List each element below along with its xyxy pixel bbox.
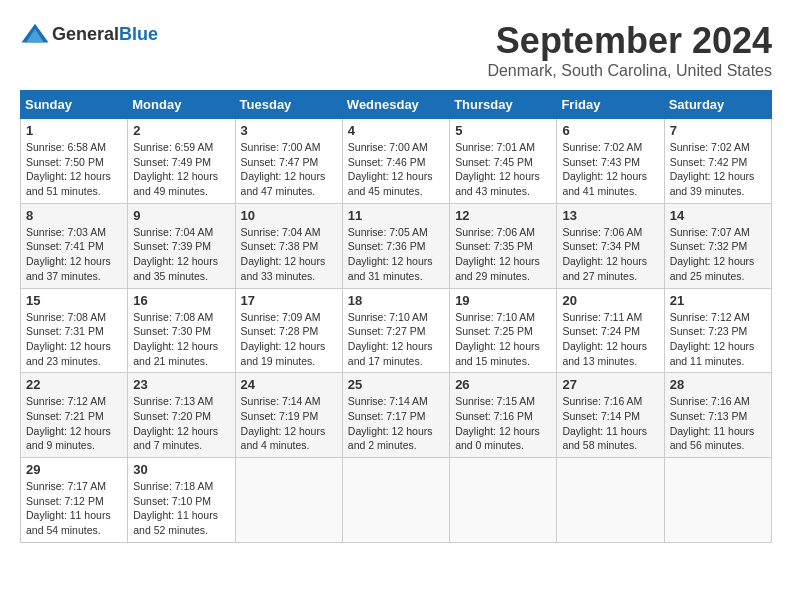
calendar-day-cell: 6Sunrise: 7:02 AMSunset: 7:43 PMDaylight…	[557, 119, 664, 204]
day-info: Sunrise: 7:16 AMSunset: 7:14 PMDaylight:…	[562, 394, 658, 453]
day-info: Sunrise: 7:03 AMSunset: 7:41 PMDaylight:…	[26, 225, 122, 284]
day-info: Sunrise: 7:18 AMSunset: 7:10 PMDaylight:…	[133, 479, 229, 538]
title-section: September 2024 Denmark, South Carolina, …	[487, 20, 772, 80]
day-number: 30	[133, 462, 229, 477]
day-number: 13	[562, 208, 658, 223]
weekday-header-cell: Tuesday	[235, 91, 342, 119]
day-info: Sunrise: 7:14 AMSunset: 7:17 PMDaylight:…	[348, 394, 444, 453]
day-number: 5	[455, 123, 551, 138]
logo: GeneralBlue	[20, 20, 158, 50]
day-info: Sunrise: 7:13 AMSunset: 7:20 PMDaylight:…	[133, 394, 229, 453]
calendar-week-row: 22Sunrise: 7:12 AMSunset: 7:21 PMDayligh…	[21, 373, 772, 458]
day-info: Sunrise: 6:58 AMSunset: 7:50 PMDaylight:…	[26, 140, 122, 199]
day-info: Sunrise: 7:00 AMSunset: 7:46 PMDaylight:…	[348, 140, 444, 199]
calendar-day-cell: 15Sunrise: 7:08 AMSunset: 7:31 PMDayligh…	[21, 288, 128, 373]
day-number: 21	[670, 293, 766, 308]
day-info: Sunrise: 6:59 AMSunset: 7:49 PMDaylight:…	[133, 140, 229, 199]
day-info: Sunrise: 7:08 AMSunset: 7:31 PMDaylight:…	[26, 310, 122, 369]
day-number: 4	[348, 123, 444, 138]
weekday-header-cell: Saturday	[664, 91, 771, 119]
day-info: Sunrise: 7:07 AMSunset: 7:32 PMDaylight:…	[670, 225, 766, 284]
calendar-week-row: 1Sunrise: 6:58 AMSunset: 7:50 PMDaylight…	[21, 119, 772, 204]
day-info: Sunrise: 7:09 AMSunset: 7:28 PMDaylight:…	[241, 310, 337, 369]
calendar-day-cell: 25Sunrise: 7:14 AMSunset: 7:17 PMDayligh…	[342, 373, 449, 458]
day-info: Sunrise: 7:02 AMSunset: 7:42 PMDaylight:…	[670, 140, 766, 199]
calendar-day-cell: 24Sunrise: 7:14 AMSunset: 7:19 PMDayligh…	[235, 373, 342, 458]
calendar-day-cell: 8Sunrise: 7:03 AMSunset: 7:41 PMDaylight…	[21, 203, 128, 288]
day-info: Sunrise: 7:04 AMSunset: 7:39 PMDaylight:…	[133, 225, 229, 284]
day-number: 24	[241, 377, 337, 392]
day-info: Sunrise: 7:11 AMSunset: 7:24 PMDaylight:…	[562, 310, 658, 369]
calendar-week-row: 8Sunrise: 7:03 AMSunset: 7:41 PMDaylight…	[21, 203, 772, 288]
day-number: 12	[455, 208, 551, 223]
logo-icon	[20, 20, 50, 50]
day-number: 1	[26, 123, 122, 138]
location-title: Denmark, South Carolina, United States	[487, 62, 772, 80]
calendar-day-cell: 29Sunrise: 7:17 AMSunset: 7:12 PMDayligh…	[21, 458, 128, 543]
day-info: Sunrise: 7:15 AMSunset: 7:16 PMDaylight:…	[455, 394, 551, 453]
day-number: 2	[133, 123, 229, 138]
weekday-header-cell: Monday	[128, 91, 235, 119]
day-number: 6	[562, 123, 658, 138]
calendar-day-cell: 19Sunrise: 7:10 AMSunset: 7:25 PMDayligh…	[450, 288, 557, 373]
calendar-day-cell: 4Sunrise: 7:00 AMSunset: 7:46 PMDaylight…	[342, 119, 449, 204]
calendar-week-row: 15Sunrise: 7:08 AMSunset: 7:31 PMDayligh…	[21, 288, 772, 373]
calendar-day-cell: 7Sunrise: 7:02 AMSunset: 7:42 PMDaylight…	[664, 119, 771, 204]
logo-blue: Blue	[119, 24, 158, 44]
calendar-day-cell: 22Sunrise: 7:12 AMSunset: 7:21 PMDayligh…	[21, 373, 128, 458]
calendar-table: SundayMondayTuesdayWednesdayThursdayFrid…	[20, 90, 772, 543]
calendar-day-cell: 5Sunrise: 7:01 AMSunset: 7:45 PMDaylight…	[450, 119, 557, 204]
calendar-day-cell	[557, 458, 664, 543]
calendar-day-cell: 12Sunrise: 7:06 AMSunset: 7:35 PMDayligh…	[450, 203, 557, 288]
day-info: Sunrise: 7:08 AMSunset: 7:30 PMDaylight:…	[133, 310, 229, 369]
calendar-day-cell: 30Sunrise: 7:18 AMSunset: 7:10 PMDayligh…	[128, 458, 235, 543]
day-info: Sunrise: 7:02 AMSunset: 7:43 PMDaylight:…	[562, 140, 658, 199]
day-number: 14	[670, 208, 766, 223]
logo-text: GeneralBlue	[52, 24, 158, 46]
day-number: 3	[241, 123, 337, 138]
day-number: 7	[670, 123, 766, 138]
calendar-day-cell: 13Sunrise: 7:06 AMSunset: 7:34 PMDayligh…	[557, 203, 664, 288]
day-info: Sunrise: 7:00 AMSunset: 7:47 PMDaylight:…	[241, 140, 337, 199]
day-info: Sunrise: 7:16 AMSunset: 7:13 PMDaylight:…	[670, 394, 766, 453]
calendar-day-cell: 1Sunrise: 6:58 AMSunset: 7:50 PMDaylight…	[21, 119, 128, 204]
day-number: 9	[133, 208, 229, 223]
calendar-day-cell: 10Sunrise: 7:04 AMSunset: 7:38 PMDayligh…	[235, 203, 342, 288]
day-number: 18	[348, 293, 444, 308]
day-info: Sunrise: 7:10 AMSunset: 7:25 PMDaylight:…	[455, 310, 551, 369]
weekday-header-cell: Friday	[557, 91, 664, 119]
day-info: Sunrise: 7:14 AMSunset: 7:19 PMDaylight:…	[241, 394, 337, 453]
calendar-day-cell	[450, 458, 557, 543]
weekday-header-cell: Thursday	[450, 91, 557, 119]
day-number: 27	[562, 377, 658, 392]
day-number: 8	[26, 208, 122, 223]
calendar-day-cell: 16Sunrise: 7:08 AMSunset: 7:30 PMDayligh…	[128, 288, 235, 373]
page-header: GeneralBlue September 2024 Denmark, Sout…	[20, 20, 772, 80]
day-number: 15	[26, 293, 122, 308]
calendar-day-cell: 21Sunrise: 7:12 AMSunset: 7:23 PMDayligh…	[664, 288, 771, 373]
calendar-body: 1Sunrise: 6:58 AMSunset: 7:50 PMDaylight…	[21, 119, 772, 543]
calendar-day-cell	[342, 458, 449, 543]
day-info: Sunrise: 7:06 AMSunset: 7:35 PMDaylight:…	[455, 225, 551, 284]
day-number: 16	[133, 293, 229, 308]
calendar-day-cell: 9Sunrise: 7:04 AMSunset: 7:39 PMDaylight…	[128, 203, 235, 288]
calendar-day-cell: 20Sunrise: 7:11 AMSunset: 7:24 PMDayligh…	[557, 288, 664, 373]
day-info: Sunrise: 7:17 AMSunset: 7:12 PMDaylight:…	[26, 479, 122, 538]
calendar-day-cell	[235, 458, 342, 543]
day-number: 29	[26, 462, 122, 477]
weekday-header-row: SundayMondayTuesdayWednesdayThursdayFrid…	[21, 91, 772, 119]
day-info: Sunrise: 7:10 AMSunset: 7:27 PMDaylight:…	[348, 310, 444, 369]
day-number: 20	[562, 293, 658, 308]
calendar-day-cell: 26Sunrise: 7:15 AMSunset: 7:16 PMDayligh…	[450, 373, 557, 458]
day-number: 22	[26, 377, 122, 392]
calendar-day-cell: 23Sunrise: 7:13 AMSunset: 7:20 PMDayligh…	[128, 373, 235, 458]
calendar-day-cell: 2Sunrise: 6:59 AMSunset: 7:49 PMDaylight…	[128, 119, 235, 204]
weekday-header-cell: Sunday	[21, 91, 128, 119]
calendar-day-cell	[664, 458, 771, 543]
calendar-day-cell: 17Sunrise: 7:09 AMSunset: 7:28 PMDayligh…	[235, 288, 342, 373]
day-info: Sunrise: 7:05 AMSunset: 7:36 PMDaylight:…	[348, 225, 444, 284]
weekday-header-cell: Wednesday	[342, 91, 449, 119]
day-number: 25	[348, 377, 444, 392]
day-number: 23	[133, 377, 229, 392]
day-number: 28	[670, 377, 766, 392]
